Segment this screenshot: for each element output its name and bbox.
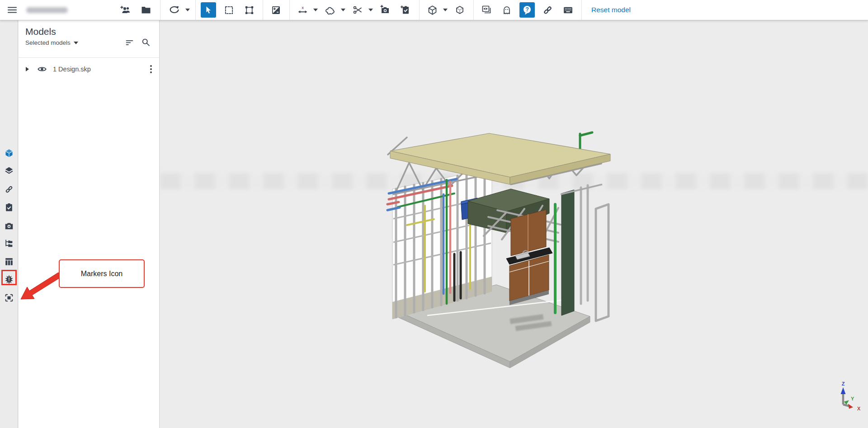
views-camera-icon [4,221,14,231]
panel-title: Models [25,26,153,37]
help-icon: ? [522,5,533,15]
transform-select-button[interactable] [241,2,257,18]
sidebar-item-links[interactable] [4,184,14,194]
section-dropdown-caret[interactable] [368,9,373,11]
svg-text:!: ! [8,277,9,282]
add-people-icon [120,5,131,15]
project-explorer-icon [4,239,14,249]
left-icon-strip: ! [0,20,18,428]
markup-dropdown-caret[interactable] [341,9,345,11]
scissors-icon [352,5,363,15]
orbit-tool-button[interactable] [167,2,182,18]
file-explorer-button[interactable] [138,2,154,18]
axis-gizmo[interactable]: Z X Y [841,381,861,411]
toolbar-separator [289,0,290,20]
sidebar-item-views[interactable] [4,221,14,231]
toolbar-separator [263,0,263,20]
reset-model-link[interactable]: Reset model [591,6,631,14]
model-right-wall [555,184,609,321]
view-cube-dropdown-caret[interactable] [443,9,448,11]
clash-burst-icon: ! [4,274,14,284]
svg-text:x: x [302,5,304,9]
model-scope-selector[interactable]: Selected models [25,39,78,46]
annotation-callout-label: Markers Icon [81,270,123,278]
marquee-select-button[interactable] [221,2,236,18]
models-cube-icon [4,148,14,158]
sort-button[interactable] [124,37,135,47]
expand-caret-icon[interactable] [26,67,29,71]
model-list-row[interactable]: 1 Design.skp [19,61,159,77]
sidebar-item-layers[interactable] [4,166,14,176]
adjust-view-button[interactable] [268,2,283,18]
new-todo-button[interactable] [398,2,413,18]
sidebar-item-markers[interactable] [4,293,14,303]
markup-tool-button[interactable] [322,2,338,18]
models-panel: Models Selected models 1 Design.skp [19,20,160,428]
svg-text:?: ? [525,6,529,13]
search-icon [141,38,151,47]
measure-tool-button[interactable]: x [295,2,310,18]
todos-icon [4,202,14,212]
project-actions [118,2,154,18]
select-tool-button[interactable] [201,2,216,18]
search-button[interactable] [140,37,151,47]
share-link-button[interactable] [540,2,555,18]
project-title-redacted [26,7,68,13]
model-name: 1 Design.skp [53,66,148,73]
top-toolbar: x [0,0,868,20]
keyboard-icon [562,5,574,16]
sidebar-item-project-explorer[interactable] [4,239,14,249]
menu-icon [7,5,18,15]
view-cube-button[interactable] [425,2,440,18]
toolbar-separator [581,0,582,20]
visibility-eye-icon[interactable] [37,64,47,74]
layers-icon [4,166,14,176]
sort-icon [125,38,134,47]
bounding-box-button[interactable] [452,2,467,18]
sidebar-item-todos[interactable] [4,202,14,212]
add-people-button[interactable] [118,2,133,18]
viewport-3d[interactable]: Z X Y [160,20,868,428]
model-roof-slab [390,133,610,184]
sidebar-item-clash-detection[interactable]: ! [4,274,14,284]
axis-x-label: X [857,406,861,411]
toolbar-separator [195,0,196,20]
help-button[interactable]: ? [519,2,535,18]
toolbar-separator [473,0,474,20]
bounding-box-icon [454,5,465,15]
adjust-icon [271,5,281,15]
sidebar-item-property-sets[interactable] [4,257,14,267]
link-icon [542,5,553,16]
overlay-views-button[interactable] [479,2,494,18]
keyboard-shortcuts-button[interactable] [560,2,576,18]
toolbar-left-section [0,0,160,20]
measure-icon: x [297,5,308,16]
ghost-icon [501,5,512,15]
links-icon [4,184,14,194]
orbit-icon [169,4,180,16]
folder-icon [141,5,151,15]
annotation-callout: Markers Icon [59,259,145,288]
models-panel-header: Models Selected models [19,20,159,58]
chevron-down-icon [74,42,78,44]
cursor-icon [203,5,213,15]
axis-y-label: Y [851,396,854,401]
sidebar-item-models[interactable] [4,148,14,158]
axis-z-label: Z [842,381,845,386]
menu-button[interactable] [5,2,20,18]
model-kitchen-cabinets [506,210,552,305]
view-cube-icon [427,5,438,16]
snapshot-button[interactable] [377,2,393,18]
marquee-icon [224,5,234,15]
markup-cloud-icon [325,5,336,16]
toolbar-separator [419,0,420,20]
model-scope-label: Selected models [25,39,71,46]
transform-icon [244,5,255,15]
row-menu-button[interactable] [148,63,154,75]
overlay-eye-icon [481,5,492,15]
orbit-dropdown-caret[interactable] [185,9,190,11]
model-3d-canvas[interactable]: Z X Y [160,20,868,428]
measure-dropdown-caret[interactable] [313,9,318,11]
section-tool-button[interactable] [350,2,365,18]
ghost-mode-button[interactable] [499,2,514,18]
